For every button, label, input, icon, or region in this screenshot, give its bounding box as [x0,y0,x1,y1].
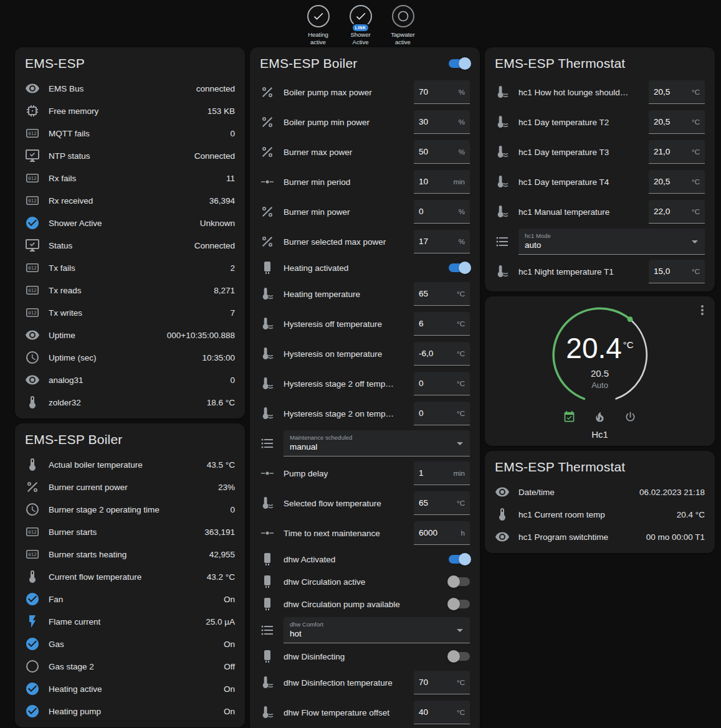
number-unit: °C [692,178,700,186]
entity-row[interactable]: hc1 Current room temp20.4 °C [485,503,715,526]
select-label: dhw Comfort [290,621,451,628]
number-input[interactable]: 0°C [414,372,470,395]
select-input[interactable]: hc1 Modeauto [518,229,705,255]
entity-value: 10:35:00 [202,353,235,362]
entity-row[interactable]: 012Tx writes7 [15,301,245,324]
number-input[interactable]: 65°C [414,491,470,515]
entity-row: Maintenance scheduledmanual [250,428,480,458]
toggle-switch[interactable] [449,577,470,586]
entity-row[interactable]: Actual boiler temperature43.5 °C [15,453,245,476]
number-input[interactable]: 70°C [414,671,470,694]
entity-row[interactable]: EMS Busconnected [15,77,245,100]
toggle-switch[interactable] [449,600,470,608]
number-input[interactable]: 0°C [414,402,470,425]
entity-row[interactable]: 012Tx fails2 [15,257,245,279]
entity-row[interactable]: Shower ActiveUnknown [15,212,245,234]
toggle-switch[interactable] [449,555,470,564]
entity-row[interactable]: 012Rx fails11 [15,167,245,189]
number-input[interactable]: -6,0°C [414,342,470,366]
entity-label: Uptime (sec) [49,353,193,362]
entity-label: Tx fails [49,263,221,273]
entity-value: Connected [194,151,235,161]
entity-row[interactable]: 012Rx received36,394 [15,189,245,212]
eye-icon [25,328,40,343]
entity-label: Rx received [49,196,201,206]
boiler-icon [260,552,275,567]
ray-icon [260,526,275,541]
entity-row[interactable]: Uptime000+10:35:00.888 [15,324,245,346]
entity-row[interactable]: NTP statusConnected [15,144,245,167]
badge[interactable]: Tapwater active [385,5,421,46]
number-input[interactable]: 50% [414,140,470,164]
percent-icon [260,234,275,249]
entity-row[interactable]: 012Burner starts363,191 [15,521,245,543]
number-unit: °C [692,148,700,156]
number-input[interactable]: 40°C [414,701,470,724]
entity-row[interactable]: Gas stage 2Off [15,655,245,678]
card-header: EMS-ESP Thermostat [485,451,715,481]
entity-value: 000+10:35:00.888 [167,331,235,340]
number-value: 17 [419,237,428,246]
number-input[interactable]: 0% [414,200,470,224]
number-input[interactable]: 1min [414,461,470,485]
entity-row[interactable]: analog310 [15,369,245,391]
badge[interactable]: LINKShower Active [343,5,379,46]
entity-row[interactable]: Date/time06.02.2023 21:18 [485,481,715,503]
number-unit: % [459,88,465,96]
entity-row[interactable]: 012Tx reads8,271 [15,279,245,301]
number-input[interactable]: 10min [414,170,470,194]
entity-row[interactable]: StatusConnected [15,234,245,257]
entity-row[interactable]: Burner stage 2 operating time0 [15,498,245,521]
svg-text:012: 012 [28,265,37,271]
number-input[interactable]: 6°C [414,312,470,336]
thermometer-icon [25,395,40,410]
number-input[interactable]: 20,5°C [649,110,705,134]
entity-row[interactable]: GasOn [15,633,245,655]
fire-button[interactable] [593,410,606,423]
card-header-toggle[interactable] [449,59,470,68]
entity-row[interactable]: Free memory153 KB [15,100,245,122]
select-input[interactable]: Maintenance scheduledmanual [284,430,470,456]
number-input[interactable]: 6000h [414,521,470,545]
number-input[interactable]: 22,0°C [649,200,705,224]
entity-row[interactable]: 012Burner starts heating42,955 [15,543,245,565]
entity-value: On [224,640,235,649]
badge-label: Heating active [300,31,337,46]
toggle-switch[interactable] [449,652,470,661]
entity-row[interactable]: zolder3218.6 °C [15,391,245,414]
more-options-icon[interactable] [695,303,710,318]
entity-label: Burner max power [284,148,405,157]
entity-label: hc1 Night temperature T1 [518,267,640,277]
badge[interactable]: Heating active [300,5,337,46]
entity-label: Free memory [49,106,199,116]
entity-row[interactable]: Heating activeOn [15,678,245,700]
number-input[interactable]: 21,0°C [649,140,705,164]
entity-row[interactable]: Flame current25.0 µA [15,610,245,633]
number-input[interactable]: 20,5°C [649,170,705,194]
toggle-switch[interactable] [449,263,470,272]
entity-row[interactable]: Current flow temperature43.2 °C [15,565,245,588]
number-input[interactable]: 20,5°C [649,80,705,104]
entity-label: Burner stage 2 operating time [49,505,221,514]
number-unit: h [461,529,465,537]
entity-row[interactable]: FanOn [15,588,245,610]
calendar-check-button[interactable] [563,410,576,423]
water-thermometer-icon [260,376,275,391]
entity-row[interactable]: Heating pumpOn [15,700,245,722]
entity-row: hc1 Modeauto [485,227,715,257]
entity-row: dhw Disinfecting [250,645,480,668]
entity-row[interactable]: Burner current power23% [15,476,245,498]
entity-label: Boiler pump max power [284,88,405,97]
boiler-icon [260,260,275,275]
number-input[interactable]: 65°C [414,282,470,306]
number-input[interactable]: 30% [414,110,470,134]
select-input[interactable]: dhw Comforthot [284,617,470,643]
number-input[interactable]: 17% [414,230,470,253]
entity-row[interactable]: 012MQTT fails0 [15,122,245,144]
number-input[interactable]: 15,0°C [649,260,705,283]
number-input[interactable]: 70% [414,80,470,104]
entity-row[interactable]: hc1 Program switchtime00 mo 00:00 T1 [485,526,715,548]
number-unit: °C [457,380,465,387]
entity-row[interactable]: Uptime (sec)10:35:00 [15,346,245,369]
power-button[interactable] [624,410,637,423]
